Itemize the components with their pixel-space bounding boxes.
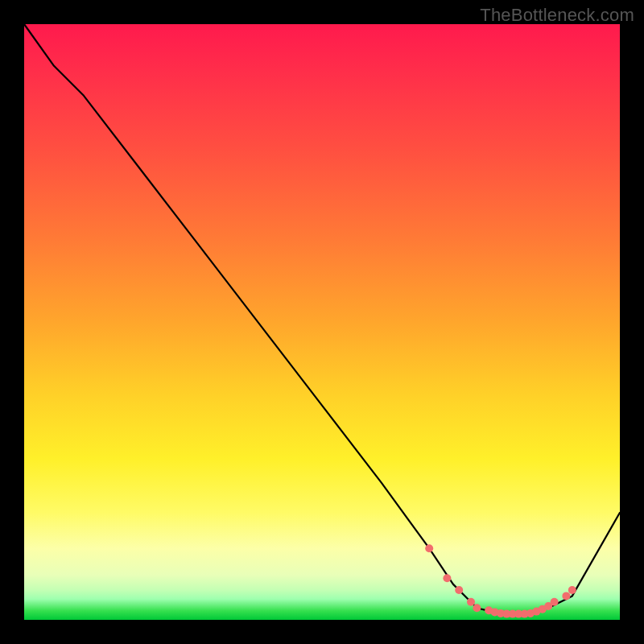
marker-dot <box>473 604 481 612</box>
marker-dot <box>568 586 576 594</box>
chart-svg <box>24 24 620 620</box>
chart-frame: TheBottleneck.com <box>0 0 644 644</box>
marker-dot <box>443 574 451 582</box>
plot-area <box>24 24 620 620</box>
marker-dot <box>562 592 570 600</box>
marker-dot <box>467 598 475 606</box>
marker-dot <box>425 544 433 552</box>
marker-dot <box>551 598 559 606</box>
curve-line <box>24 24 620 614</box>
marker-dot <box>455 586 463 594</box>
watermark-text: TheBottleneck.com <box>480 5 634 26</box>
curve-markers <box>425 544 576 617</box>
